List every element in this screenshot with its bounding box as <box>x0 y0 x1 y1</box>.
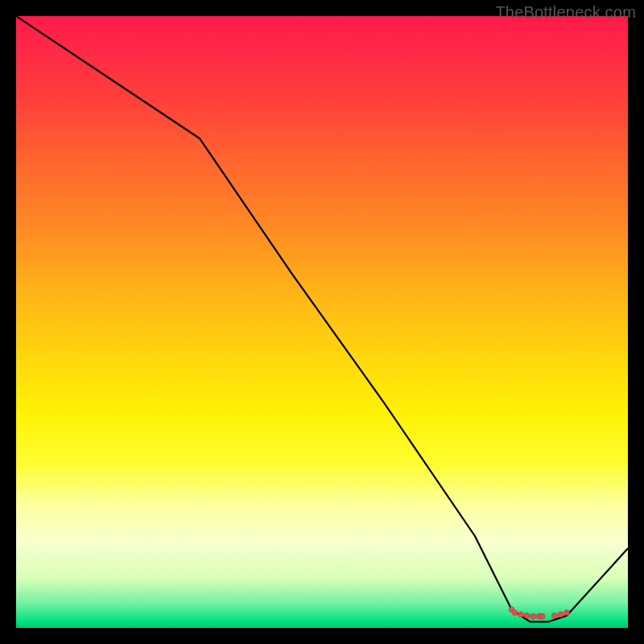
minimum-marker-dot <box>524 613 530 618</box>
bottleneck-curve-line <box>16 16 628 621</box>
chart-svg <box>16 16 628 628</box>
chart-plot-area <box>16 16 628 628</box>
attribution-text: TheBottleneck.com <box>495 3 636 22</box>
minimum-marker-dot <box>539 613 545 619</box>
minimum-marker-dot <box>558 612 564 617</box>
minimum-marker-dot <box>518 612 524 617</box>
minimum-marker-dot <box>512 610 518 616</box>
minimum-marker-dot <box>530 613 536 619</box>
minimum-marker-dot <box>564 610 570 616</box>
minimum-marker-dot <box>551 613 557 618</box>
